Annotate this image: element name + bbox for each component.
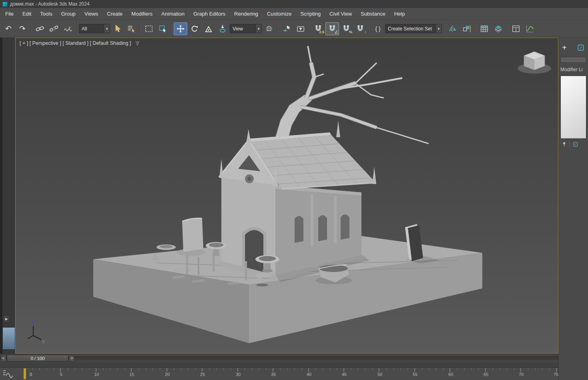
titlebar: домик.max - Autodesk 3ds Max 2024 — [0, 0, 588, 8]
menu-help[interactable]: Help — [390, 8, 409, 20]
percent-snap-icon: % — [349, 30, 352, 34]
viewport-layout-tab[interactable] — [2, 327, 15, 350]
named-selection-sets-dropdown[interactable]: Create Selection Set ▾ — [385, 24, 442, 33]
time-slider-groove[interactable] — [0, 356, 558, 360]
mirror-button[interactable] — [446, 22, 460, 35]
keyboard-shortcut-override-toggle[interactable] — [294, 22, 307, 35]
previous-frame-button[interactable]: < — [0, 355, 6, 362]
flyout-arrow-button[interactable]: ▶ — [3, 315, 10, 322]
ruler-tick-label: 55 — [413, 372, 417, 377]
modifier-list-dropdown[interactable]: Modifier Li — [560, 67, 586, 72]
menu-rendering[interactable]: Rendering — [230, 8, 263, 20]
ruler-tick-label: 30 — [236, 372, 241, 377]
select-and-move-button[interactable] — [174, 22, 187, 35]
select-and-scale-button[interactable] — [202, 22, 215, 35]
keyboard-override-icon — [296, 24, 305, 33]
select-and-manipulate-button[interactable] — [280, 22, 293, 35]
viewport-filter-funnel-icon[interactable] — [135, 41, 140, 46]
ruler-tick-label: 65 — [484, 372, 488, 377]
viewport-label: [ + ] [ Perspective ] [ Standard ] [ Def… — [20, 40, 140, 46]
menu-edit[interactable]: Edit — [18, 8, 36, 20]
configure-modifier-sets-icon[interactable] — [572, 141, 578, 147]
select-by-name-button[interactable] — [124, 22, 138, 35]
menu-tools[interactable]: Tools — [36, 8, 56, 20]
coordinate-system-value: View — [230, 26, 255, 32]
toggle-scene-explorer-button[interactable] — [478, 22, 491, 35]
current-frame-marker[interactable] — [24, 368, 26, 379]
align-button[interactable] — [460, 22, 474, 35]
time-slider-row: < 0 / 100 > — [0, 354, 558, 362]
toggle-ribbon-button[interactable] — [509, 22, 523, 35]
selection-filter-dropdown[interactable]: All ▾ — [79, 24, 110, 33]
window-title: домик.max - Autodesk 3ds Max 2024 — [10, 1, 90, 7]
mini-curve-editor-icon — [2, 369, 13, 378]
menu-file[interactable]: File — [1, 8, 18, 20]
select-and-place-icon — [218, 24, 227, 33]
use-pivot-point-center-button[interactable] — [262, 22, 276, 35]
3ds-max-logo-icon — [2, 2, 8, 7]
ruler-tick-label: 40 — [307, 372, 311, 377]
modifier-stack[interactable] — [560, 76, 586, 139]
unlink-selection-button[interactable] — [47, 22, 61, 35]
open-mini-curve-editor-button[interactable] — [2, 369, 13, 378]
manipulate-icon — [282, 24, 291, 33]
menubar: File Edit Tools Group Views Create Modif… — [0, 8, 588, 20]
spinner-snap-toggle[interactable]: ↕ — [353, 22, 367, 35]
menu-civil-view[interactable]: Civil View — [325, 8, 356, 20]
ribbon-window-icon — [512, 24, 520, 33]
bind-to-space-warp-button[interactable] — [61, 22, 75, 35]
command-panel: + Modifier Li — [558, 38, 588, 380]
modify-tab[interactable] — [577, 44, 585, 52]
toggle-layer-explorer-button[interactable] — [492, 22, 505, 35]
axis-z-label: Z — [31, 320, 34, 325]
axis-y-label: Y — [42, 340, 45, 344]
percent-snap-toggle[interactable]: % — [339, 22, 353, 35]
undo-button[interactable]: ↶ — [2, 22, 15, 35]
snaps-toggle-button[interactable]: 2.5 — [311, 22, 325, 35]
layers-icon — [494, 24, 503, 33]
braces-icon: { } — [375, 26, 380, 32]
menu-scripting[interactable]: Scripting — [296, 8, 325, 20]
reference-coordinate-system-dropdown[interactable]: View ▾ — [230, 24, 262, 33]
align-icon — [462, 24, 471, 33]
ruler-tick-label: 35 — [271, 372, 276, 377]
viewport-3d-scene[interactable]: Z Y — [16, 38, 558, 353]
menu-graph-editors[interactable]: Graph Editors — [189, 8, 230, 20]
ruler-major-ticks — [25, 368, 557, 372]
scale-triangle-icon — [204, 24, 213, 33]
window-crossing-toggle[interactable] — [156, 22, 170, 35]
menu-modifiers[interactable]: Modifiers — [127, 8, 157, 20]
object-name-field[interactable] — [560, 57, 586, 63]
menu-create[interactable]: Create — [102, 8, 127, 20]
select-and-link-button[interactable] — [33, 22, 47, 35]
scene-explorer-grid-icon — [480, 24, 489, 33]
create-tab[interactable]: + — [562, 44, 567, 52]
viewport-label-text[interactable]: [ + ] [ Perspective ] [ Standard ] [ Def… — [20, 40, 131, 46]
curve-editor-button[interactable] — [523, 22, 537, 35]
menu-group[interactable]: Group — [57, 8, 80, 20]
redo-button[interactable]: ↷ — [16, 22, 29, 35]
track-bar[interactable]: 0 5 10 15 20 25 30 35 40 45 50 55 60 65 … — [0, 362, 558, 380]
next-frame-button[interactable]: > — [69, 355, 75, 362]
3ds-max-window: домик.max - Autodesk 3ds Max 2024 File E… — [0, 0, 588, 380]
menu-animation[interactable]: Animation — [157, 8, 189, 20]
rectangular-selection-region-button[interactable] — [142, 22, 156, 35]
time-slider-handle[interactable]: 0 / 100 — [7, 355, 68, 362]
menu-views[interactable]: Views — [80, 8, 102, 20]
select-and-place-button[interactable] — [216, 22, 229, 35]
select-and-rotate-button[interactable] — [188, 22, 201, 35]
window-crossing-icon — [159, 24, 167, 33]
toolbar-separator — [140, 23, 140, 35]
angle-snap-toggle[interactable]: ∠ — [325, 22, 339, 35]
broken-link-icon — [50, 24, 58, 33]
track-bar-lane[interactable] — [0, 362, 558, 368]
pin-stack-icon[interactable] — [561, 141, 567, 147]
menu-substance[interactable]: Substance — [356, 8, 389, 20]
ruler-tick-label: 0 — [30, 372, 32, 377]
perspective-viewport[interactable]: Z Y [ + ] [ Perspective ] [ Standard ] [… — [15, 38, 558, 354]
angle-snap-icon: ∠ — [334, 30, 338, 35]
ruler-tick-label: 45 — [342, 372, 347, 377]
select-object-button[interactable] — [110, 22, 124, 35]
menu-customize[interactable]: Customize — [263, 8, 296, 20]
edit-named-selection-sets-button[interactable]: { } — [371, 22, 385, 35]
